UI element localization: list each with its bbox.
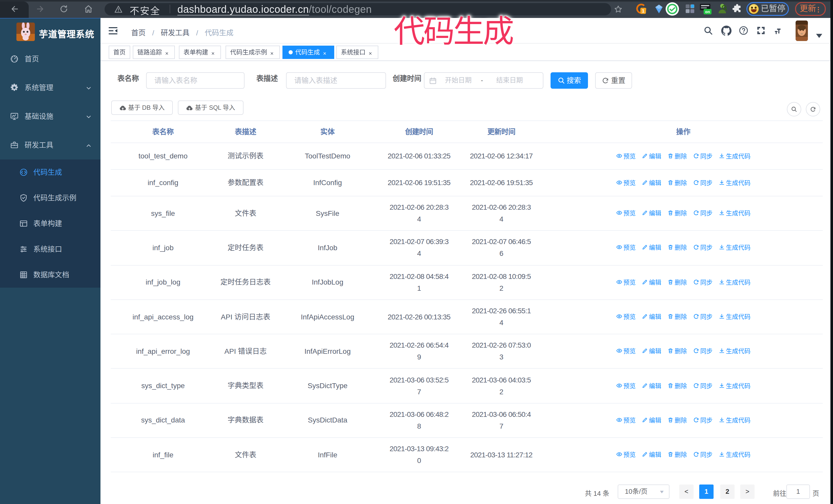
svg-text:1: 1 [642,8,644,14]
svg-text:on: on [705,9,710,14]
